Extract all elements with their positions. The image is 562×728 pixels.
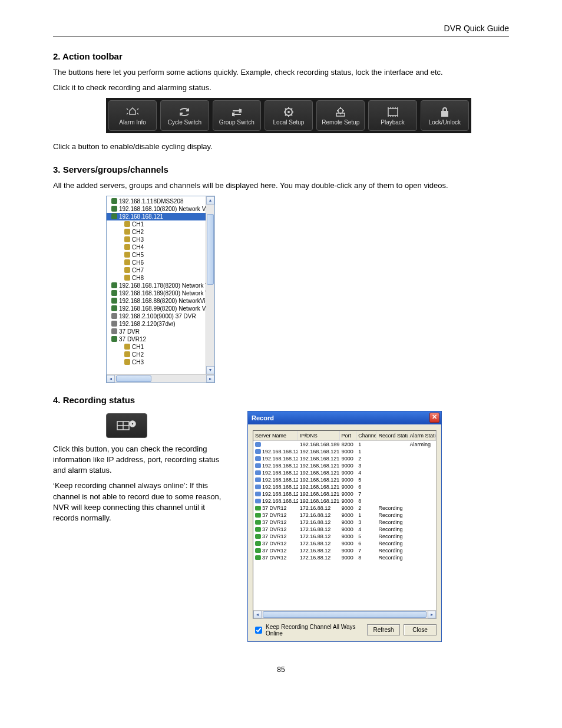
tree-channel-item[interactable]: CH3	[107, 358, 206, 366]
tree-channel-item[interactable]: CH2	[107, 228, 206, 236]
table-row[interactable]: 192.168.168.121192.168.168.12190002	[253, 455, 436, 462]
camera-icon	[124, 344, 130, 350]
cell-channel: 4	[356, 470, 376, 476]
table-row[interactable]: 192.168.168.121192.168.168.12190003	[253, 462, 436, 469]
cell-channel: 4	[356, 526, 376, 532]
server-tree-view[interactable]: 192.168.1.118DMSS208192.168.168.10(8200)…	[106, 196, 215, 383]
tree-device-item[interactable]: 192.168.168.99(8200) Network Video	[107, 305, 206, 312]
lock-unlock-button[interactable]: Lock/Unlock	[421, 100, 469, 131]
col-port[interactable]: Port	[340, 431, 357, 440]
tree-channel-item[interactable]: CH4	[107, 243, 206, 251]
tree-item-label: CH2	[132, 229, 144, 235]
tree-device-item[interactable]: 192.168.168.88(8200) NetworkVideo	[107, 297, 206, 305]
tree-channel-item[interactable]: CH6	[107, 259, 206, 266]
remote-setup-button[interactable]: Remote Setup	[316, 100, 365, 131]
tree-device-item[interactable]: 192.168.2.100(9000) 37 DVR	[107, 312, 206, 320]
keep-online-checkbox[interactable]	[255, 627, 262, 634]
tree-channel-item[interactable]: CH3	[107, 236, 206, 243]
table-row[interactable]: 192.168.168.121192.168.168.12190001	[253, 448, 436, 455]
listview-header[interactable]: Server Name IP/DNS Port Channel Record S…	[253, 431, 436, 441]
record-listview[interactable]: Server Name IP/DNS Port Channel Record S…	[253, 430, 437, 619]
cycle-switch-icon	[177, 106, 192, 118]
table-row[interactable]: 192.168.168.121192.168.168.12190008	[253, 498, 436, 505]
table-row[interactable]: 192.168.168.18982001Alarming	[253, 441, 436, 448]
cycle-switch-button[interactable]: Cycle Switch	[160, 100, 209, 131]
tree-device-item[interactable]: 192.168.168.121	[107, 213, 206, 220]
horizontal-scrollbar[interactable]: ◂ ▸	[107, 374, 214, 383]
toolbar-label: Local Setup	[273, 119, 305, 126]
table-row[interactable]: 192.168.168.121192.168.168.12190004	[253, 469, 436, 476]
dialog-titlebar[interactable]: Record ✕	[248, 411, 441, 424]
alarm-info-button[interactable]: Alarm Info	[108, 100, 157, 131]
device-icon	[111, 321, 117, 327]
dialog-hscroll[interactable]: ◂ ▸	[253, 610, 436, 618]
cell-channel: 2	[356, 456, 376, 462]
cell-ip: 172.16.88.12	[298, 555, 340, 561]
table-row[interactable]: 37 DVR12172.16.88.1290006Recording	[253, 540, 436, 547]
cell-channel: 8	[356, 498, 376, 504]
col-server-name[interactable]: Server Name	[253, 431, 298, 440]
col-alarm-status[interactable]: Alarm Status	[408, 431, 436, 440]
tree-item-label: 192.168.168.99(8200) Network Video	[119, 305, 206, 312]
tree-item-label: 192.168.168.178(8200) Network Vide	[119, 282, 206, 289]
cell-record-status: Recording	[376, 541, 408, 546]
tree-device-item[interactable]: 192.168.1.118DMSS208	[107, 197, 206, 205]
table-row[interactable]: 37 DVR12172.16.88.1290002Recording	[253, 505, 436, 512]
tree-device-item[interactable]: 192.168.168.189(8200) Network Vide	[107, 289, 206, 297]
table-row[interactable]: 37 DVR12172.16.88.1290007Recording	[253, 547, 436, 554]
tree-device-item[interactable]: 37 DVR	[107, 328, 206, 335]
cell-ip: 172.16.88.12	[298, 505, 340, 511]
col-ip-dns[interactable]: IP/DNS	[298, 431, 340, 440]
table-row[interactable]: 37 DVR12172.16.88.1290001Recording	[253, 512, 436, 519]
tree-channel-item[interactable]: CH8	[107, 274, 206, 282]
close-dialog-button[interactable]: Close	[404, 624, 437, 635]
local-setup-button[interactable]: Local Setup	[265, 100, 313, 131]
cell-channel: 5	[356, 533, 376, 539]
scroll-left-arrow[interactable]: ◂	[253, 611, 262, 618]
tree-channel-item[interactable]: CH1	[107, 220, 206, 228]
tree-item-label: 192.168.168.88(8200) NetworkVideo	[119, 298, 206, 304]
cell-port: 9000	[340, 498, 357, 504]
cell-ip: 192.168.168.121	[298, 449, 340, 454]
table-row[interactable]: 192.168.168.121192.168.168.12190005	[253, 476, 436, 483]
tree-channel-item[interactable]: CH5	[107, 251, 206, 259]
scroll-right-arrow[interactable]: ▸	[428, 611, 436, 618]
cell-ip: 172.16.88.12	[298, 519, 340, 525]
scroll-down-arrow[interactable]: ▾	[206, 366, 214, 374]
tree-channel-item[interactable]: CH2	[107, 351, 206, 358]
hscroll-thumb[interactable]	[116, 375, 151, 382]
vertical-scrollbar[interactable]: ▴ ▾	[206, 196, 214, 374]
table-row[interactable]: 37 DVR12172.16.88.1290003Recording	[253, 519, 436, 526]
scroll-up-arrow[interactable]: ▴	[206, 196, 214, 205]
col-channel[interactable]: Channel	[356, 431, 376, 440]
tree-item-label: CH2	[132, 351, 144, 358]
scroll-thumb[interactable]	[207, 214, 214, 285]
keep-online-checkbox-label[interactable]: Keep Recording Channel All Ways Online	[253, 624, 367, 637]
cell-server-name: 37 DVR12	[262, 548, 287, 554]
hscroll-thumb[interactable]	[263, 611, 427, 618]
tree-channel-item[interactable]: CH7	[107, 266, 206, 274]
cell-record-status: Recording	[376, 533, 408, 539]
tree-device-item[interactable]: 192.168.168.178(8200) Network Vide	[107, 282, 206, 289]
refresh-button[interactable]: Refresh	[367, 624, 400, 635]
cell-port: 9000	[340, 463, 357, 469]
scroll-left-arrow[interactable]: ◂	[107, 375, 115, 383]
table-row[interactable]: 192.168.168.121192.168.168.12190006	[253, 483, 436, 490]
table-row[interactable]: 37 DVR12172.16.88.1290004Recording	[253, 526, 436, 533]
table-row[interactable]: 37 DVR12172.16.88.1290005Recording	[253, 533, 436, 540]
scroll-right-arrow[interactable]: ▸	[206, 375, 214, 383]
toolbar-label: Lock/Unlock	[429, 119, 461, 126]
tree-device-item[interactable]: 192.168.168.10(8200) Network Video	[107, 205, 206, 213]
playback-button[interactable]: Playback	[368, 100, 416, 131]
camera-icon	[124, 236, 130, 242]
camera-icon	[124, 229, 130, 235]
tree-channel-item[interactable]: CH1	[107, 343, 206, 351]
tree-device-item[interactable]: 192.168.2.120(37dvr)	[107, 320, 206, 328]
record-status-button[interactable]	[106, 413, 147, 438]
group-switch-button[interactable]: Group Switch	[213, 100, 261, 131]
table-row[interactable]: 192.168.168.121192.168.168.12190007	[253, 490, 436, 498]
tree-device-item[interactable]: 37 DVR12	[107, 335, 206, 343]
table-row[interactable]: 37 DVR12172.16.88.1290008Recording	[253, 554, 436, 561]
close-button[interactable]: ✕	[429, 413, 439, 423]
col-record-status[interactable]: Record Status	[376, 431, 408, 440]
